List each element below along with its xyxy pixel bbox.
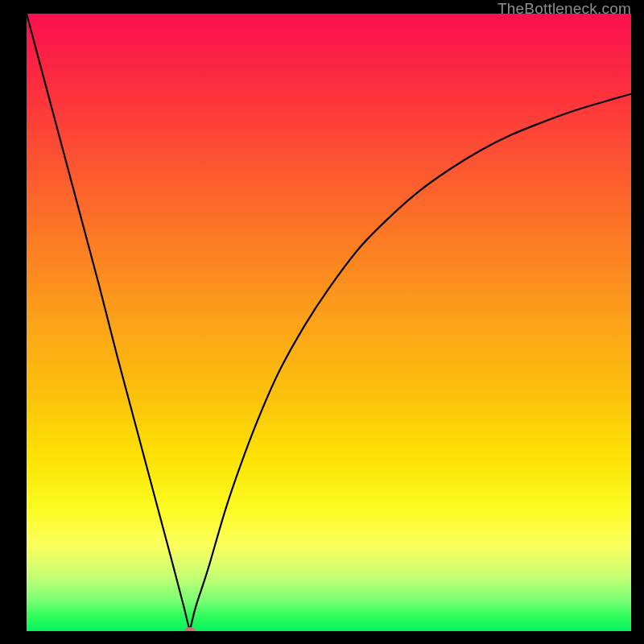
plot-area (27, 14, 631, 631)
chart-frame: TheBottleneck.com (0, 0, 644, 644)
watermark-label: TheBottleneck.com (497, 0, 631, 18)
minimum-point-marker (184, 627, 196, 631)
bottleneck-curve (27, 14, 631, 631)
